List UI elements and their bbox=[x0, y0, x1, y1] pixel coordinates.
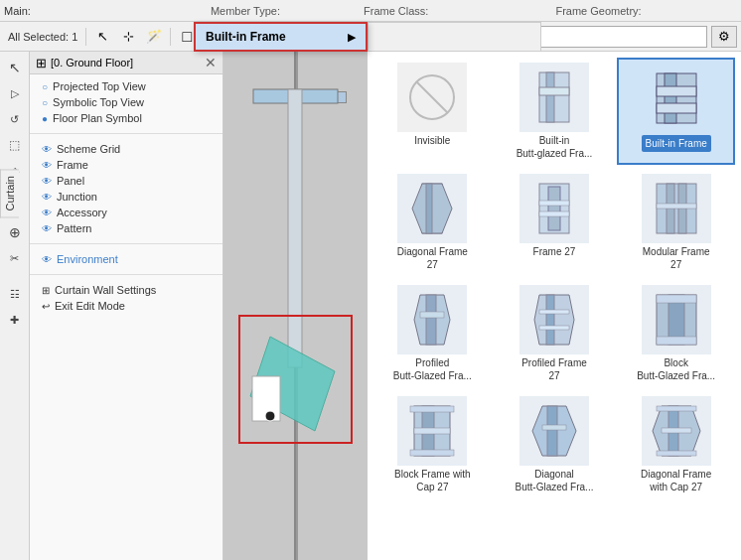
frame-item-builtin-frame[interactable]: Built-in Frame bbox=[617, 58, 735, 165]
eye-icon-pattern: 👁 bbox=[42, 223, 52, 234]
builtin-frame-dropdown: Built-in Frame ▶ bbox=[194, 22, 368, 52]
eye-icon-panel: 👁 bbox=[42, 176, 52, 187]
frame-item-profiled-butt[interactable]: ProfiledButt-Glazed Fra... bbox=[373, 280, 492, 387]
toolbar-arrow-btn[interactable]: ↖ bbox=[90, 26, 114, 48]
svg-rect-44 bbox=[542, 425, 566, 430]
frame-thumb-frame-27 bbox=[519, 174, 589, 243]
frame-label-block-cap: Block Frame withCap 27 bbox=[394, 468, 471, 493]
svg-rect-32 bbox=[539, 326, 569, 330]
sidebar-pattern-label: Pattern bbox=[57, 222, 91, 234]
frame-label-invisible: Invisible bbox=[414, 134, 450, 147]
frame-thumb-diagonal-butt bbox=[519, 396, 589, 466]
member-type-dropdown[interactable] bbox=[368, 22, 541, 52]
frame-item-diagonal-cap[interactable]: Diagonal Framewith Cap 27 bbox=[617, 391, 735, 498]
svg-rect-21 bbox=[539, 211, 569, 216]
sidebar-grid-icon: ⊞ bbox=[36, 56, 47, 70]
svg-rect-9 bbox=[546, 72, 554, 122]
sidebar-item-environment[interactable]: 👁 Environment bbox=[38, 251, 215, 267]
eye-icon-accessory: 👁 bbox=[42, 208, 52, 218]
toolbar-cross-btn[interactable]: ⊹ bbox=[116, 26, 140, 48]
svg-rect-13 bbox=[657, 86, 696, 96]
sidebar-item-label: Projected Top View bbox=[53, 80, 146, 92]
tool-pointer[interactable]: ▷ bbox=[3, 81, 27, 105]
frame-item-diagonal-27[interactable]: Diagonal Frame27 bbox=[373, 169, 492, 276]
sidebar-close-btn[interactable]: ✕ bbox=[205, 55, 217, 70]
frame-item-diagonal-butt[interactable]: DiagonalButt-Glazed Fra... bbox=[496, 391, 614, 498]
svg-rect-20 bbox=[539, 201, 569, 206]
toolbar-magic-btn[interactable]: 🪄 bbox=[142, 26, 166, 48]
frame-thumb-block-butt bbox=[642, 285, 711, 354]
frame-label-profiled-27: Profiled Frame27 bbox=[521, 356, 587, 382]
frame-label-builtin-frame: Built-in Frame bbox=[642, 135, 711, 152]
frame-label-modular-27: Modular Frame27 bbox=[643, 245, 710, 271]
svg-rect-12 bbox=[665, 73, 676, 123]
sidebar-item-label-2: Symbolic Top View bbox=[53, 96, 144, 108]
sidebar-item-pattern[interactable]: 👁 Pattern bbox=[38, 220, 215, 236]
canvas-area bbox=[223, 52, 368, 560]
svg-rect-30 bbox=[546, 295, 554, 345]
exit-icon: ↩ bbox=[42, 301, 50, 312]
sidebar-item-floor-plan[interactable]: ● Floor Plan Symbol bbox=[38, 110, 215, 126]
svg-rect-40 bbox=[410, 450, 454, 456]
frame-item-modular-27[interactable]: Modular Frame27 bbox=[617, 169, 735, 276]
tool-rect[interactable]: ⬚ bbox=[3, 133, 27, 157]
svg-rect-43 bbox=[547, 406, 557, 456]
svg-rect-25 bbox=[657, 204, 696, 209]
frame-thumb-diagonal-cap bbox=[642, 396, 711, 466]
sidebar-item-panel[interactable]: 👁 Panel bbox=[38, 173, 215, 189]
frame-thumb-invisible bbox=[397, 63, 467, 132]
sidebar-item-frame[interactable]: 👁 Frame bbox=[38, 157, 215, 173]
frame-thumb-profiled-butt bbox=[397, 285, 467, 354]
frame-item-invisible[interactable]: Invisible bbox=[373, 58, 492, 165]
sidebar-floor-title: [0. Ground Floor] bbox=[51, 57, 133, 69]
frame-thumb-diagonal-27 bbox=[397, 174, 467, 243]
sidebar-exit-label: Exit Edit Mode bbox=[55, 300, 125, 312]
svg-rect-47 bbox=[657, 406, 696, 411]
tool-star[interactable]: ✚ bbox=[3, 308, 27, 332]
red-selection-box bbox=[238, 315, 353, 444]
radio-filled-icon: ● bbox=[42, 113, 48, 124]
frame-item-builtin-butt[interactable]: Built-inButt-glazed Fra... bbox=[496, 58, 614, 165]
frame-item-frame-27[interactable]: Frame 27 bbox=[496, 169, 614, 276]
frame-thumb-modular-27 bbox=[642, 174, 711, 243]
tool-rotate[interactable]: ↺ bbox=[3, 107, 27, 131]
eye-icon-junction: 👁 bbox=[42, 192, 52, 203]
svg-rect-41 bbox=[414, 428, 450, 434]
dropdown-item-builtin[interactable]: Built-in Frame ▶ bbox=[194, 22, 368, 52]
svg-rect-28 bbox=[420, 312, 444, 318]
frame-item-profiled-27[interactable]: Profiled Frame27 bbox=[496, 280, 614, 387]
sidebar-item-projected[interactable]: ○ Projected Top View bbox=[38, 78, 215, 94]
frame-item-block-cap[interactable]: Block Frame withCap 27 bbox=[373, 391, 492, 498]
main-label: Main: bbox=[4, 5, 31, 17]
svg-rect-39 bbox=[410, 406, 454, 412]
sidebar-accessory-label: Accessory bbox=[57, 207, 107, 218]
svg-rect-14 bbox=[657, 103, 696, 113]
dropdown-item-label: Built-in Frame bbox=[206, 30, 286, 44]
sidebar-item-exit[interactable]: ↩ Exit Edit Mode bbox=[38, 298, 215, 314]
frame-class-label: Frame Class: bbox=[364, 5, 428, 17]
sidebar-item-scheme-grid[interactable]: 👁 Scheme Grid bbox=[38, 141, 215, 157]
curtain-tab-label: Curtain bbox=[4, 176, 16, 210]
sidebar-item-symbolic[interactable]: ○ Symbolic Top View bbox=[38, 94, 215, 110]
frame-settings-btn[interactable]: ⚙ bbox=[711, 26, 737, 48]
frame-thumb-builtin-butt bbox=[519, 63, 589, 132]
frame-thumb-builtin-frame bbox=[642, 64, 711, 133]
eye-icon-env: 👁 bbox=[42, 254, 52, 265]
tool-connect[interactable]: ⊕ bbox=[3, 220, 27, 244]
sidebar-cw-settings-label: Curtain Wall Settings bbox=[55, 284, 156, 296]
sidebar-item-junction[interactable]: 👁 Junction bbox=[38, 189, 215, 205]
tool-split[interactable]: ✂ bbox=[3, 246, 27, 270]
sidebar-env-label: Environment bbox=[57, 253, 118, 265]
curtain-tab[interactable]: Curtain bbox=[0, 169, 19, 217]
sidebar-item-cw-settings[interactable]: ⊞ Curtain Wall Settings bbox=[38, 282, 215, 298]
sidebar-item-accessory[interactable]: 👁 Accessory bbox=[38, 205, 215, 220]
svg-rect-10 bbox=[539, 87, 569, 95]
frame-item-block-butt[interactable]: BlockButt-Glazed Fra... bbox=[617, 280, 735, 387]
sidebar-panel-label: Panel bbox=[57, 175, 84, 187]
tool-group[interactable]: ☷ bbox=[3, 282, 27, 306]
frame-label-builtin-butt: Built-inButt-glazed Fra... bbox=[517, 134, 593, 160]
frame-label-diagonal-butt: DiagonalButt-Glazed Fra... bbox=[516, 468, 594, 493]
dropdown-arrow-icon: ▶ bbox=[348, 31, 356, 44]
svg-rect-27 bbox=[426, 295, 436, 345]
tool-select[interactable]: ↖ bbox=[3, 56, 27, 79]
